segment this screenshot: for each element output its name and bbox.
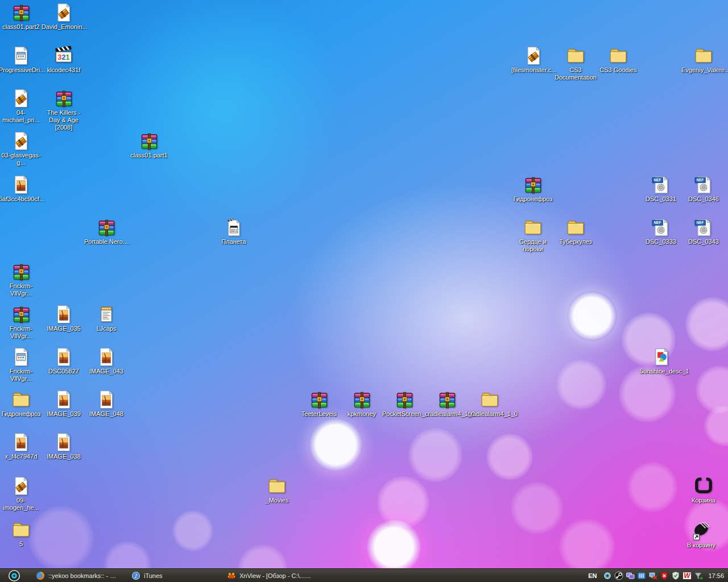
desktop-icon[interactable]: 6af3cc4bc90cf... <box>0 175 44 203</box>
desktop-icon[interactable]: LJcaps <box>84 305 129 332</box>
desktop-icon[interactable]: Гидронефроз <box>510 175 556 203</box>
desktop-icon[interactable]: cradlealarm4_1_0 <box>424 390 470 418</box>
desktop-icon[interactable]: CS3 Goodies <box>595 46 641 74</box>
shield-check-icon[interactable] <box>671 571 680 580</box>
steam-icon[interactable] <box>614 571 623 580</box>
desktop-icon[interactable]: ProgressiveDri... <box>0 46 44 74</box>
desktop-icon[interactable]: NEF DSC_0343 <box>681 218 726 246</box>
winrar-archive-icon <box>97 218 116 237</box>
desktop-icon[interactable]: cradlealarm4_1_0 <box>467 390 512 418</box>
desktop-icon-label: IMAGE_039 <box>47 410 81 418</box>
desktop-icon[interactable]: 03-glasvegas-g... <box>0 131 44 167</box>
desktop-icon[interactable]: [filesmonster.c... <box>511 46 556 74</box>
bokeh-circle <box>685 297 728 351</box>
rar-part-icon <box>54 3 73 22</box>
desktop-icon[interactable]: PocketScreen_... <box>382 390 427 418</box>
desktop-icon[interactable]: NEF DSC_0346 <box>681 175 726 203</box>
network-disconnected-icon[interactable] <box>648 571 657 580</box>
desktop-icon[interactable]: class01.part1 <box>126 131 172 159</box>
svg-text:NEF: NEF <box>654 221 661 225</box>
start-button[interactable] <box>0 569 28 582</box>
desktop-icon[interactable]: 09-imogen_he... <box>0 476 44 512</box>
rar-part-icon <box>11 476 31 496</box>
desktop-icon[interactable]: NEF DSC_0333 <box>638 218 684 246</box>
svg-text:NEF: NEF <box>654 178 661 182</box>
desktop-icon[interactable]: kpkmoney <box>339 390 384 418</box>
ring-icon[interactable] <box>603 571 612 580</box>
desktop-icon-label: klcodec431f <box>47 66 81 74</box>
desktop-icon[interactable]: IMAGE_035 <box>41 305 86 332</box>
desktop-icon-label: IMAGE_035 <box>47 325 81 332</box>
task-itunes[interactable]: ♪ iTunes <box>129 569 220 582</box>
xnview-icon <box>227 571 236 580</box>
svg-text:321: 321 <box>230 228 237 232</box>
desktop-icon-label: TeeterLevels <box>301 410 337 418</box>
desktop-icon[interactable]: 5 <box>0 520 44 548</box>
desktop-icon[interactable]: TeeterLevels <box>296 390 342 418</box>
desktop-icon[interactable]: 04-michael_pri... <box>0 89 44 124</box>
desktop-icon[interactable]: David_Emonin... <box>41 3 86 31</box>
svg-text:NEF: NEF <box>697 221 704 225</box>
desktop-icon[interactable]: 321klcodec431f <box>41 46 86 74</box>
desktop-icon-label: 03-glasvegas-g... <box>0 152 43 167</box>
desktop-icon[interactable]: IMAGE_043 <box>84 347 129 375</box>
winrar-archive-icon <box>437 390 457 409</box>
desktop-icon[interactable]: _Movies <box>254 476 300 504</box>
desktop-icon[interactable]: Гидронефроз <box>0 390 44 418</box>
security-alert-shield-icon[interactable] <box>660 571 669 580</box>
svg-text:321: 321 <box>57 53 69 61</box>
image-file-icon <box>54 433 73 452</box>
bokeh-circle <box>511 482 563 534</box>
taskbar-clock[interactable]: 17:56 <box>708 572 724 579</box>
folder-icon <box>694 46 713 65</box>
desktop-icon-label: 09-imogen_he... <box>0 497 43 512</box>
language-indicator[interactable]: EN <box>586 572 599 580</box>
image-shapes-icon <box>652 347 671 367</box>
desktop-icon[interactable]: The Killers - Day & Age [2008] <box>41 89 86 131</box>
desktop-icon[interactable]: Sunshine_desc_1 <box>639 347 684 375</box>
firefox-icon <box>36 571 45 580</box>
winrar-archive-icon <box>309 390 329 409</box>
desktop-icon-label: class01.part2 <box>2 23 39 31</box>
blue-bars-icon[interactable] <box>637 571 646 580</box>
desktop-icon[interactable]: class01.part2 <box>0 3 44 31</box>
desktop-icon-label: _Movies <box>266 497 289 504</box>
image-file-icon <box>54 305 73 324</box>
desktop-icon[interactable]: В корзину <box>679 521 724 549</box>
desktop-icon-label: DSC05827 <box>48 368 79 375</box>
w-red-icon[interactable]: W <box>682 571 692 580</box>
desktop-icon[interactable]: Корзина <box>681 476 726 504</box>
desktop-icon[interactable]: Fnckrm-VllVgr... <box>0 347 44 383</box>
desktop-icon[interactable]: DSC05827 <box>41 347 86 375</box>
winrar-archive-icon <box>54 89 73 108</box>
desktop-icon[interactable]: CS3 Documentation <box>553 46 598 81</box>
task-xnview[interactable]: XnView - [Обзор - C:\...\Mo... <box>224 569 315 582</box>
bokeh-circle <box>567 291 617 341</box>
web-document-icon <box>11 347 31 367</box>
desktop-icon[interactable]: IMAGE_038 <box>41 433 86 460</box>
desktop-icon[interactable]: NEF DSC_0331 <box>638 175 684 203</box>
desktop-icon-label: В корзину <box>687 542 715 549</box>
desktop-icon[interactable]: Fnckrm-VllVgr... <box>0 262 44 297</box>
desktop-icon[interactable]: Fnckrm-VllVgr... <box>0 305 44 340</box>
task-firefox[interactable]: ::yekoo bookmarks:: - Mozi... <box>33 569 124 582</box>
desktop-icon[interactable]: IMAGE_039 <box>41 390 86 418</box>
dual-monitors-icon[interactable] <box>626 571 635 580</box>
svg-text:W: W <box>684 572 692 580</box>
desktop-icon[interactable]: Туберкулез <box>553 218 598 246</box>
desktop-icon[interactable]: Evgeniy_Valere... <box>681 46 726 74</box>
rar-part-icon <box>524 46 543 65</box>
folder-icon <box>480 390 499 409</box>
desktop-icon[interactable]: IMAGE_048 <box>84 390 129 418</box>
desktop-icon-label: DSC_0346 <box>688 196 719 203</box>
download-cone-icon[interactable] <box>694 571 703 580</box>
itunes-icon: ♪ <box>131 571 140 580</box>
task-label: ::yekoo bookmarks:: - Mozi... <box>48 572 121 579</box>
desktop-icon-label: DSC_0331 <box>646 196 676 203</box>
winrar-archive-icon <box>11 3 31 22</box>
desktop-surface[interactable]: class01.part2 David_Emonin... Progressiv… <box>0 0 728 568</box>
desktop-icon[interactable]: Portable.Nero.... <box>84 218 129 246</box>
desktop-icon[interactable]: Сердце и пороки <box>510 218 556 253</box>
desktop-icon[interactable]: x_f4c7947d <box>0 433 44 460</box>
desktop-icon[interactable]: 321Планета <box>211 218 257 246</box>
